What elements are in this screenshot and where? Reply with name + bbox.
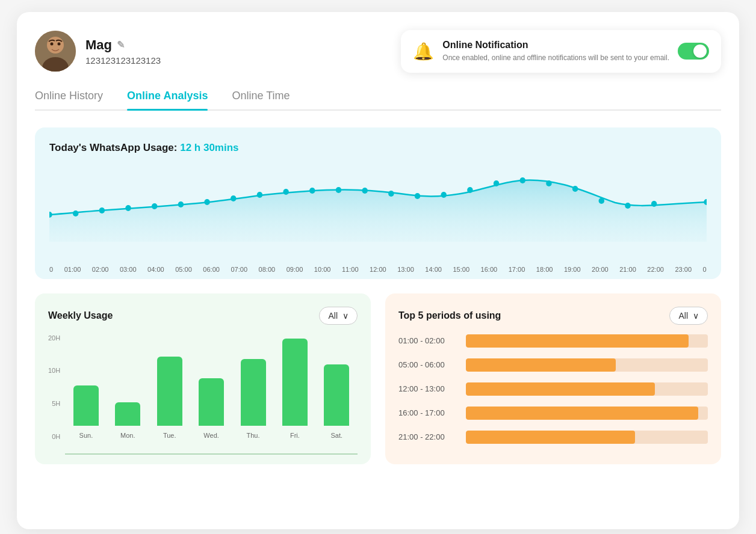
- svg-point-11: [204, 199, 209, 205]
- bar-group: Sun.: [65, 333, 107, 453]
- weekly-title: Weekly Usage: [48, 310, 113, 321]
- svg-point-9: [152, 203, 157, 209]
- usage-chart-card: Today's WhatsApp Usage: 12 h 30mins: [35, 127, 721, 279]
- svg-point-18: [388, 191, 394, 197]
- bar-group: Tue.: [149, 333, 190, 453]
- period-item: 12:00 - 13:00: [398, 382, 708, 396]
- notif-desc: Once enabled, online and offline notific…: [442, 53, 669, 63]
- weekly-header: Weekly Usage All ∨: [48, 307, 358, 325]
- period-bar-fill: [466, 358, 616, 372]
- bar-group: Sat.: [316, 333, 358, 453]
- bar: [199, 378, 224, 426]
- svg-point-24: [546, 180, 551, 186]
- period-item: 05:00 - 06:00: [398, 358, 708, 372]
- period-item: 16:00 - 17:00: [398, 407, 708, 420]
- user-info: Mag ✎ 123123123123123: [35, 31, 161, 72]
- tab-time[interactable]: Online Time: [232, 90, 290, 109]
- svg-point-8: [125, 205, 131, 211]
- bar-day-label: Sat.: [331, 432, 343, 439]
- bar: [324, 364, 349, 426]
- svg-point-25: [572, 186, 578, 192]
- svg-point-20: [441, 192, 446, 198]
- period-bar-track: [466, 382, 708, 396]
- bar: [282, 339, 308, 425]
- svg-point-23: [519, 177, 525, 183]
- svg-point-17: [362, 188, 367, 194]
- svg-point-10: [178, 201, 184, 207]
- svg-point-15: [309, 188, 315, 194]
- period-bar-track: [466, 334, 708, 348]
- bar-day-label: Sun.: [79, 432, 93, 439]
- svg-point-4: [58, 43, 61, 46]
- period-bar-fill: [466, 334, 689, 348]
- usage-value: 12 h 30mins: [180, 142, 238, 153]
- bar: [115, 402, 140, 426]
- chevron-down-icon: ∨: [342, 311, 349, 321]
- bar: [157, 357, 182, 425]
- period-bar-track: [466, 407, 708, 420]
- bars-area: Sun.Mon.Tue.Wed.Thu.Fri.Sat.: [65, 334, 358, 455]
- period-bar-fill: [466, 407, 698, 420]
- top5-header: Top 5 periods of using All ∨: [398, 307, 708, 325]
- period-bar-track: [466, 431, 708, 444]
- tab-history[interactable]: Online History: [35, 90, 103, 109]
- weekly-dropdown-label: All: [328, 311, 338, 321]
- svg-point-22: [494, 180, 499, 186]
- svg-point-26: [599, 198, 604, 204]
- top5-dropdown-label: All: [678, 311, 688, 321]
- period-bar-fill: [466, 382, 655, 396]
- user-name-row: Mag ✎: [85, 37, 161, 53]
- notification-toggle[interactable]: [678, 43, 709, 60]
- bar-day-label: Wed.: [203, 432, 218, 439]
- notif-content: Online Notification Once enabled, online…: [442, 40, 669, 63]
- user-id: 123123123123123: [85, 55, 161, 66]
- period-time-label: 21:00 - 22:00: [398, 432, 459, 441]
- user-details: Mag ✎ 123123123123123: [85, 37, 161, 66]
- bar-group: Mon.: [107, 333, 149, 453]
- username: Mag: [85, 37, 112, 53]
- period-time-label: 05:00 - 06:00: [398, 360, 459, 369]
- notif-title: Online Notification: [442, 40, 669, 51]
- bar-chart-y-axis: 20H 10H 5H 0H: [48, 334, 60, 455]
- svg-point-16: [336, 187, 341, 193]
- usage-title: Today's WhatsApp Usage: 12 h 30mins: [49, 142, 707, 154]
- period-time-label: 16:00 - 17:00: [398, 408, 459, 417]
- svg-point-28: [651, 201, 657, 207]
- period-bar-fill: [466, 431, 635, 444]
- bar-day-label: Fri.: [290, 432, 300, 439]
- svg-point-7: [99, 207, 105, 213]
- top5-title: Top 5 periods of using: [398, 310, 501, 321]
- bar-group: Wed.: [190, 333, 232, 453]
- svg-point-13: [257, 192, 262, 198]
- bottom-row: Weekly Usage All ∨ 20H 10H 5H 0H Sun.Mon…: [35, 293, 721, 464]
- svg-point-6: [73, 210, 78, 216]
- app-container: Mag ✎ 123123123123123 🔔 Online Notificat…: [17, 12, 739, 529]
- bar-group: Fri.: [274, 333, 315, 453]
- header: Mag ✎ 123123123123123 🔔 Online Notificat…: [35, 30, 721, 73]
- top5-card: Top 5 periods of using All ∨ 01:00 - 02:…: [385, 293, 721, 464]
- svg-point-19: [415, 193, 420, 199]
- period-time-label: 12:00 - 13:00: [398, 384, 459, 393]
- time-labels: 0 01:00 02:00 03:00 04:00 05:00 06:00 07…: [49, 262, 707, 279]
- svg-point-14: [283, 189, 288, 195]
- edit-icon[interactable]: ✎: [117, 39, 125, 51]
- bar: [241, 359, 266, 426]
- bar-day-label: Thu.: [247, 432, 260, 439]
- period-item: 01:00 - 02:00: [398, 334, 708, 348]
- bell-icon: 🔔: [413, 41, 434, 61]
- bar-group: Thu.: [232, 333, 274, 453]
- svg-point-21: [467, 187, 472, 193]
- tab-analysis[interactable]: Online Analysis: [127, 90, 208, 109]
- period-list: 01:00 - 02:0005:00 - 06:0012:00 - 13:001…: [398, 334, 708, 444]
- period-item: 21:00 - 22:00: [398, 431, 708, 444]
- chart-area: [49, 164, 707, 260]
- weekly-card: Weekly Usage All ∨ 20H 10H 5H 0H Sun.Mon…: [35, 293, 371, 464]
- svg-point-3: [51, 43, 54, 46]
- top5-dropdown[interactable]: All ∨: [669, 307, 708, 325]
- bar: [73, 385, 99, 426]
- notification-card: 🔔 Online Notification Once enabled, onli…: [401, 30, 721, 73]
- avatar: [35, 31, 76, 72]
- weekly-dropdown[interactable]: All ∨: [319, 307, 358, 325]
- bar-day-label: Mon.: [120, 432, 135, 439]
- svg-point-12: [231, 195, 236, 201]
